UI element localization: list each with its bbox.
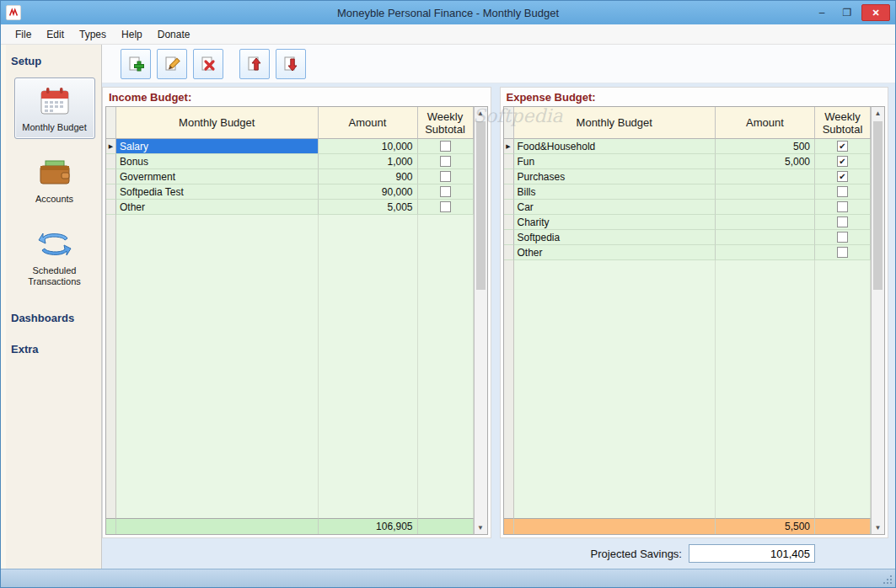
titlebar: Moneyble Personal Finance - Monthly Budg… <box>1 1 895 24</box>
menu-item-help[interactable]: Help <box>114 24 150 45</box>
weekly-subtotal-cell <box>418 169 474 184</box>
table-row[interactable]: Government900 <box>106 169 474 184</box>
column-header-amount[interactable]: Amount <box>319 107 418 139</box>
budget-name-cell[interactable]: Charity <box>514 215 716 230</box>
table-row[interactable]: Softpedia Test90,000 <box>106 184 474 200</box>
budget-name-cell[interactable]: Car <box>514 200 716 215</box>
budget-amount-cell[interactable] <box>716 245 815 260</box>
edit-button[interactable] <box>157 49 187 79</box>
column-header-monthly-budget[interactable]: Monthly Budget <box>116 107 319 139</box>
statusbar <box>1 569 895 587</box>
budget-name-cell[interactable]: Salary <box>116 139 319 154</box>
weekly-subtotal-cell <box>418 154 474 169</box>
export-button[interactable] <box>239 49 270 79</box>
table-row[interactable]: Other5,005 <box>106 200 474 215</box>
table-row[interactable]: Purchases✔ <box>504 169 872 184</box>
budget-name-cell[interactable]: Other <box>116 200 319 215</box>
projected-savings-input[interactable] <box>689 544 815 563</box>
sidebar-header-dashboards[interactable]: Dashboards <box>11 312 98 324</box>
weekly-subtotal-checkbox[interactable] <box>440 156 451 167</box>
import-button[interactable] <box>276 49 306 79</box>
budget-amount-cell[interactable] <box>716 169 815 184</box>
weekly-subtotal-checkbox[interactable] <box>440 201 451 212</box>
budget-amount-cell[interactable] <box>716 184 815 200</box>
table-row[interactable]: Bills <box>504 184 872 200</box>
budget-amount-cell[interactable] <box>716 215 815 230</box>
total-amount: 5,500 <box>716 518 815 534</box>
budget-amount-cell[interactable]: 500 <box>716 139 815 154</box>
edit-pencil-icon <box>163 55 181 73</box>
weekly-subtotal-checkbox[interactable] <box>440 186 451 197</box>
sidebar-item-scheduled-transactions[interactable]: Scheduled Transactions <box>14 221 95 293</box>
delete-button[interactable] <box>193 49 223 79</box>
budget-name-cell[interactable]: Food&Household <box>514 139 716 154</box>
scroll-up-button[interactable] <box>475 107 487 120</box>
sidebar-header-extra[interactable]: Extra <box>11 343 98 355</box>
weekly-subtotal-checkbox[interactable] <box>837 201 848 212</box>
menu-item-donate[interactable]: Donate <box>150 24 198 45</box>
weekly-subtotal-checkbox[interactable] <box>837 186 848 197</box>
weekly-subtotal-checkbox[interactable] <box>837 247 848 258</box>
column-header-weekly-subtotal[interactable]: Weekly Subtotal <box>815 107 871 139</box>
menu-item-edit[interactable]: Edit <box>39 24 72 45</box>
maximize-button[interactable]: ❐ <box>836 4 858 21</box>
budget-amount-cell[interactable]: 5,000 <box>716 154 815 169</box>
weekly-subtotal-cell <box>418 139 474 154</box>
sidebar-item-accounts[interactable]: Accounts <box>14 149 95 211</box>
scrollbar-thumb[interactable] <box>873 121 883 290</box>
budget-name-cell[interactable]: Other <box>514 245 716 260</box>
weekly-subtotal-checkbox[interactable]: ✔ <box>837 171 848 182</box>
table-row[interactable]: ▶Salary10,000 <box>106 139 474 154</box>
budget-amount-cell[interactable]: 90,000 <box>319 184 418 200</box>
budget-name-cell[interactable]: Bills <box>514 184 716 200</box>
weekly-subtotal-cell: ✔ <box>815 169 871 184</box>
sidebar-item-monthly-budget[interactable]: Monthly Budget <box>14 78 95 139</box>
budget-name-cell[interactable]: Softpedia <box>514 230 716 245</box>
budget-name-cell[interactable]: Purchases <box>514 169 716 184</box>
weekly-subtotal-checkbox[interactable] <box>837 216 848 227</box>
window-title: Moneyble Personal Finance - Monthly Budg… <box>1 7 895 19</box>
total-amount: 106,905 <box>319 518 418 534</box>
table-row[interactable]: Softpedia <box>504 230 872 245</box>
minimize-button[interactable]: – <box>811 4 833 21</box>
column-header-weekly-subtotal[interactable]: Weekly Subtotal <box>418 107 474 139</box>
weekly-subtotal-checkbox[interactable]: ✔ <box>837 156 848 167</box>
weekly-subtotal-checkbox[interactable] <box>440 141 451 152</box>
table-row[interactable]: Fun5,000✔ <box>504 154 872 169</box>
budget-name-cell[interactable]: Fun <box>514 154 716 169</box>
table-row[interactable]: ▶Food&Household500✔ <box>504 139 872 154</box>
table-row[interactable]: Car <box>504 200 872 215</box>
budget-name-cell[interactable]: Softpedia Test <box>116 184 319 200</box>
menu-item-types[interactable]: Types <box>72 24 114 45</box>
column-header-amount[interactable]: Amount <box>716 107 815 139</box>
scrollbar-track[interactable] <box>475 120 487 521</box>
scrollbar-thumb[interactable] <box>476 121 486 290</box>
scrollbar-track[interactable] <box>872 120 884 521</box>
weekly-subtotal-checkbox[interactable] <box>440 171 451 182</box>
table-row[interactable]: Other <box>504 245 872 260</box>
add-button[interactable] <box>121 49 151 79</box>
budget-amount-cell[interactable] <box>716 230 815 245</box>
budget-amount-cell[interactable] <box>716 200 815 215</box>
table-row[interactable]: Bonus1,000 <box>106 154 474 169</box>
budget-amount-cell[interactable]: 10,000 <box>319 139 418 154</box>
row-indicator-header <box>106 107 116 139</box>
budget-amount-cell[interactable]: 5,005 <box>319 200 418 215</box>
close-button[interactable]: ✕ <box>861 4 890 21</box>
budget-name-cell[interactable]: Bonus <box>116 154 319 169</box>
budget-amount-cell[interactable]: 900 <box>319 169 418 184</box>
weekly-subtotal-checkbox[interactable] <box>837 232 848 243</box>
scroll-down-button[interactable] <box>872 521 884 534</box>
scroll-down-button[interactable] <box>475 521 487 534</box>
table-row[interactable]: Charity <box>504 215 872 230</box>
weekly-subtotal-cell <box>815 230 871 245</box>
scroll-up-button[interactable] <box>872 107 884 120</box>
budget-amount-cell[interactable]: 1,000 <box>319 154 418 169</box>
resize-grip-icon[interactable] <box>890 582 892 584</box>
income-vertical-scrollbar[interactable] <box>474 106 488 535</box>
expense-vertical-scrollbar[interactable] <box>871 106 885 535</box>
column-header-monthly-budget[interactable]: Monthly Budget <box>514 107 716 139</box>
menu-item-file[interactable]: File <box>8 24 39 45</box>
budget-name-cell[interactable]: Government <box>116 169 319 184</box>
weekly-subtotal-checkbox[interactable]: ✔ <box>837 141 848 152</box>
